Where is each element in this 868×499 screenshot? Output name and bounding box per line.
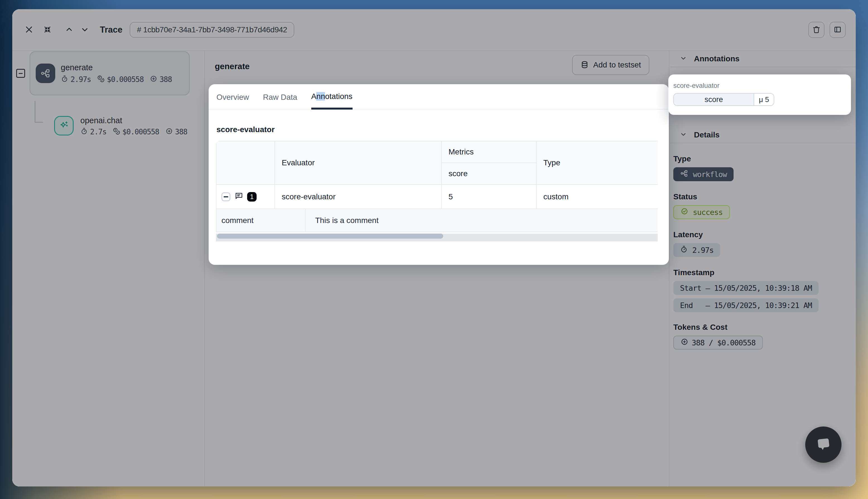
tab-bar: Overview Raw Data Annotations — [209, 84, 669, 110]
scrollbar-thumb[interactable] — [217, 234, 443, 239]
check-circle-icon — [680, 207, 688, 217]
page-title: Trace — [100, 25, 122, 35]
comment-count-badge[interactable]: 1 — [247, 192, 257, 202]
tokens-cost-value: 388 / $0.000558 — [692, 338, 756, 347]
annotations-section-header[interactable]: Annotations — [670, 51, 856, 67]
tab-annotations-pre: A — [311, 92, 316, 101]
chat-support-button[interactable] — [805, 427, 842, 463]
timestamp-end-badge: End — 15/05/2025, 10:39:21 AM — [673, 298, 819, 312]
add-to-testset-button[interactable]: Add to testset — [572, 55, 649, 75]
tree-row-root: generate 2.97s $0.000558 — [12, 51, 204, 96]
latency-label: Latency — [673, 230, 856, 239]
plus-circle-icon — [150, 75, 157, 84]
toggle-sidebar-button[interactable] — [830, 22, 846, 38]
tab-annotations[interactable]: Annotations — [311, 92, 352, 110]
span-title: generate — [215, 62, 250, 71]
tokens-cost-badge: 388 / $0.000558 — [673, 336, 763, 350]
main-panel: generate Add to testset Overview Raw Dat… — [205, 51, 670, 486]
score-metric-chip[interactable]: score μ 5 — [673, 93, 774, 106]
annotations-table: Evaluator Metrics Type score — [216, 141, 658, 232]
span-detail-card: Overview Raw Data Annotations score-eval… — [209, 84, 669, 265]
plus-circle-icon — [165, 127, 173, 136]
topbar: Trace # 1cbb70e7-34a1-7bb7-3498-771b7d46… — [12, 9, 856, 51]
details-section-label: Details — [694, 131, 720, 139]
tree-connector-horizontal — [35, 122, 43, 123]
horizontal-scrollbar[interactable] — [216, 234, 658, 241]
status-badge: success — [673, 205, 730, 219]
minus-icon — [19, 73, 23, 74]
details-sidebar: Annotations score-evaluator score μ 5 De… — [670, 51, 856, 486]
cost-stat: $0.000558 — [113, 127, 159, 136]
tokens-value: 388 — [159, 75, 172, 84]
close-icon — [25, 25, 34, 35]
comment-icon[interactable] — [234, 191, 243, 202]
chevron-down-icon — [679, 131, 687, 139]
tree-node-openai-chat[interactable]: openai.chat 2.7s $0.000558 — [54, 116, 187, 136]
cost-value: $0.000558 — [107, 75, 144, 84]
row-checkbox-indeterminate[interactable] — [221, 192, 230, 201]
type-label: Type — [673, 155, 856, 163]
database-icon — [580, 61, 589, 70]
metric-mean-value: μ 5 — [754, 94, 774, 105]
tree-connector-vertical — [35, 101, 35, 122]
close-button[interactable] — [22, 23, 36, 37]
tokens-value: 388 — [175, 128, 188, 136]
collapse-node-toggle[interactable] — [16, 69, 25, 78]
node-stats: 2.97s $0.000558 388 — [61, 75, 172, 84]
delete-trace-button[interactable] — [808, 22, 824, 38]
annotations-section-label: Annotations — [694, 54, 739, 63]
status-label: Status — [673, 192, 856, 201]
plus-circle-icon — [680, 338, 688, 348]
annotation-evaluator-label: score-evaluator — [673, 82, 851, 89]
latency-value: 2.7s — [90, 128, 107, 136]
tab-annotations-selection: nn — [316, 92, 325, 101]
node-title: generate — [61, 63, 172, 72]
col-subheader-score: score — [442, 163, 537, 184]
tab-annotations-post: otations — [325, 92, 352, 101]
workflow-node-icon — [36, 63, 55, 83]
metric-name[interactable]: score — [674, 94, 754, 105]
col-header-metrics: Metrics — [442, 141, 537, 163]
sparkles-icon — [54, 116, 74, 135]
coins-icon — [113, 127, 120, 136]
table-row: 1 score-evaluator 5 custom — [216, 184, 658, 209]
chevron-up-icon — [65, 25, 74, 35]
details-fields: Type workflow Status success Latency — [670, 143, 856, 350]
tab-raw-data[interactable]: Raw Data — [263, 92, 297, 109]
stopwatch-icon — [61, 75, 68, 84]
type-value: workflow — [693, 170, 727, 179]
latency-value: 2.97s — [71, 75, 91, 84]
cell-type: custom — [537, 184, 658, 209]
col-header-type: Type — [537, 141, 658, 184]
tab-overview[interactable]: Overview — [216, 92, 249, 109]
panel-layout-icon — [833, 25, 842, 35]
latency-value: 2.97s — [692, 246, 713, 255]
trash-icon — [812, 25, 821, 35]
tree-node-generate[interactable]: generate 2.97s $0.000558 — [29, 51, 190, 95]
chat-bubble-icon — [813, 435, 834, 455]
trace-id-badge[interactable]: # 1cbb70e7-34a1-7bb7-3498-771b7d46d942 — [130, 22, 294, 38]
tokens-stat: 388 — [165, 127, 188, 136]
trace-modal: Trace # 1cbb70e7-34a1-7bb7-3498-771b7d46… — [12, 9, 856, 486]
node-stats: 2.7s $0.000558 388 — [80, 127, 187, 136]
tokens-cost-label: Tokens & Cost — [673, 323, 856, 332]
latency-badge: 2.97s — [673, 243, 720, 257]
details-section-header[interactable]: Details — [670, 127, 856, 143]
node-title: openai.chat — [80, 116, 187, 125]
cell-evaluator: score-evaluator — [275, 184, 442, 209]
comment-value: This is a comment — [306, 216, 378, 225]
cost-value: $0.000558 — [122, 128, 159, 136]
col-header-actions — [216, 141, 275, 184]
prev-span-button[interactable] — [62, 23, 76, 37]
comment-expansion-row: comment This is a comment — [216, 209, 658, 232]
latency-stat: 2.7s — [80, 127, 107, 136]
minus-icon — [224, 196, 228, 197]
add-to-testset-label: Add to testset — [593, 61, 641, 70]
status-value: success — [693, 208, 723, 217]
shrink-button[interactable] — [41, 23, 54, 37]
col-header-evaluator: Evaluator — [275, 141, 442, 184]
workflow-icon — [680, 169, 688, 179]
next-span-button[interactable] — [78, 23, 92, 37]
latency-stat: 2.97s — [61, 75, 91, 84]
stopwatch-icon — [680, 245, 688, 255]
